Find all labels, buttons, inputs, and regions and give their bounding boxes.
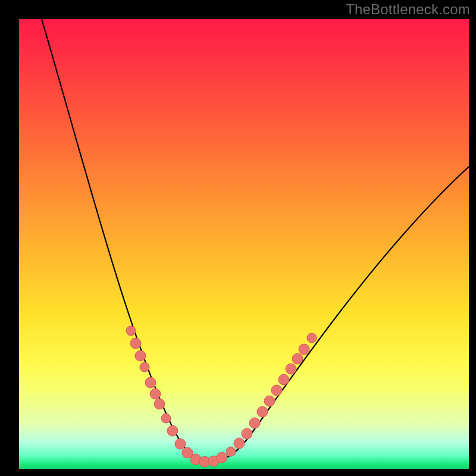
curve-bead — [286, 364, 296, 374]
curve-bead — [226, 447, 236, 456]
curve-bead — [271, 385, 282, 396]
curve-bead — [154, 399, 165, 409]
curve-bead — [278, 374, 289, 385]
curve-bead — [175, 439, 186, 449]
curve-bead — [126, 326, 136, 336]
curve-bead — [145, 377, 156, 388]
curve-bead — [242, 428, 252, 439]
watermark-text: TheBottleneck.com — [346, 1, 470, 18]
curve-bead — [217, 452, 227, 463]
curve-bead — [135, 350, 146, 361]
curve-bead — [299, 344, 309, 355]
curve-bead — [150, 389, 161, 399]
curve-bead — [167, 425, 178, 436]
outer-frame: TheBottleneck.com — [0, 0, 476, 476]
curve-bead — [307, 333, 317, 343]
curve-bead — [249, 418, 260, 428]
bottleneck-chart — [19, 19, 469, 469]
curve-bead — [234, 438, 245, 449]
curve-bead — [140, 362, 149, 372]
curve-bead — [130, 338, 141, 349]
plot-area — [19, 19, 469, 469]
curve-beads — [126, 326, 317, 467]
bottleneck-curve-path — [42, 19, 469, 462]
curve-bead — [161, 414, 171, 423]
curve-bead — [292, 353, 303, 364]
curve-bead — [264, 396, 275, 406]
curve-bead — [257, 406, 268, 417]
